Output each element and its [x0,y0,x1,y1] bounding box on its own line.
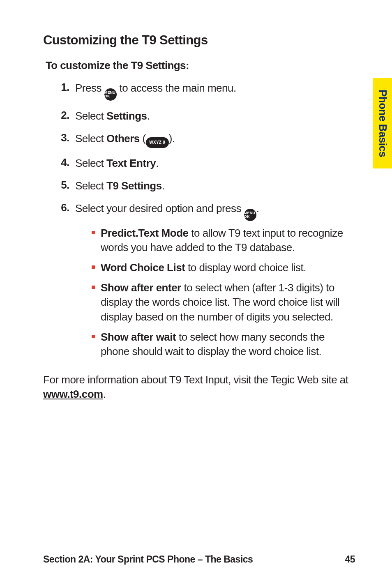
bold-term: Text Entry [106,157,156,169]
sub-list: Predict.Text Mode to allow T9 text input… [92,226,355,359]
sub-body: Show after wait to select how many secon… [101,330,355,359]
bullet-icon [92,261,101,275]
step-body: Select Others (WXYZ 9). [75,131,175,148]
sub-item: Show after wait to select how many secon… [92,330,355,359]
steps-list: 1. Press MENU OK to access the main menu… [54,81,355,364]
text: . [162,180,165,192]
bullet-icon [92,226,101,255]
text: . [147,110,150,122]
text: . [156,157,159,169]
step-number: 6. [54,201,75,364]
text: For more information about T9 Text Input… [43,374,348,386]
text: Select [75,132,106,145]
sub-body: Word Choice List to display word choice … [101,261,306,275]
step-number: 4. [54,156,75,171]
text: Select [75,157,106,169]
page-number: 45 [345,554,355,565]
sub-body: Show after enter to select when (after 1… [101,281,355,324]
bold-term: Predict.Text Mode [101,227,189,239]
text: Select [75,180,106,192]
lead-text: To customize the T9 Settings: [46,59,355,72]
footer-section-title: Section 2A: Your Sprint PCS Phone – The … [43,554,253,565]
step-number: 1. [54,81,75,101]
bold-term: Others [106,132,140,145]
sub-item: Predict.Text Mode to allow T9 text input… [92,226,355,255]
bullet-icon [92,281,101,324]
wxyz-9-key-icon: WXYZ 9 [146,137,169,148]
step-body: Press MENU OK to access the main menu. [75,81,236,101]
step-body: Select Text Entry. [75,156,159,171]
step-number: 5. [54,179,75,193]
bold-term: T9 Settings [106,180,162,192]
link-t9[interactable]: www.t9.com [43,388,103,400]
text: ). [169,132,175,145]
text: . [103,388,106,400]
side-tab-label: Phone Basics [376,90,389,157]
bold-term: Show after enter [101,281,181,294]
text: . [256,202,259,214]
bold-term: Show after wait [101,331,176,343]
bold-term: Word Choice List [101,261,185,274]
menu-ok-key-icon: MENU OK [104,88,117,101]
sub-body: Predict.Text Mode to allow T9 text input… [101,226,355,255]
step-number: 3. [54,131,75,148]
bullet-icon [92,330,101,359]
step-number: 2. [54,109,75,123]
step-5: 5. Select T9 Settings. [54,179,355,193]
side-tab: Phone Basics [373,78,392,168]
text: to access the main menu. [117,82,236,94]
closing-paragraph: For more information about T9 Text Input… [43,373,355,401]
step-2: 2. Select Settings. [54,109,355,123]
text: ( [140,132,146,145]
step-body: Select T9 Settings. [75,179,164,193]
page: Customizing the T9 Settings To customize… [0,0,392,588]
text: Press [75,82,104,94]
bold-term: Settings [106,110,147,122]
step-body: Select Settings. [75,109,150,123]
step-1: 1. Press MENU OK to access the main menu… [54,81,355,101]
step-3: 3. Select Others (WXYZ 9). [54,131,355,148]
text: Select your desired option and press [75,202,244,214]
text: to display word choice list. [185,261,306,274]
section-heading: Customizing the T9 Settings [43,33,355,48]
page-footer: Section 2A: Your Sprint PCS Phone – The … [43,554,355,565]
step-body: Select your desired option and press MEN… [75,201,355,364]
step-4: 4. Select Text Entry. [54,156,355,171]
sub-item: Show after enter to select when (after 1… [92,281,355,324]
sub-item: Word Choice List to display word choice … [92,261,355,275]
step-6: 6. Select your desired option and press … [54,201,355,364]
text: Select [75,110,106,122]
menu-ok-key-icon: MENU OK [244,209,256,221]
